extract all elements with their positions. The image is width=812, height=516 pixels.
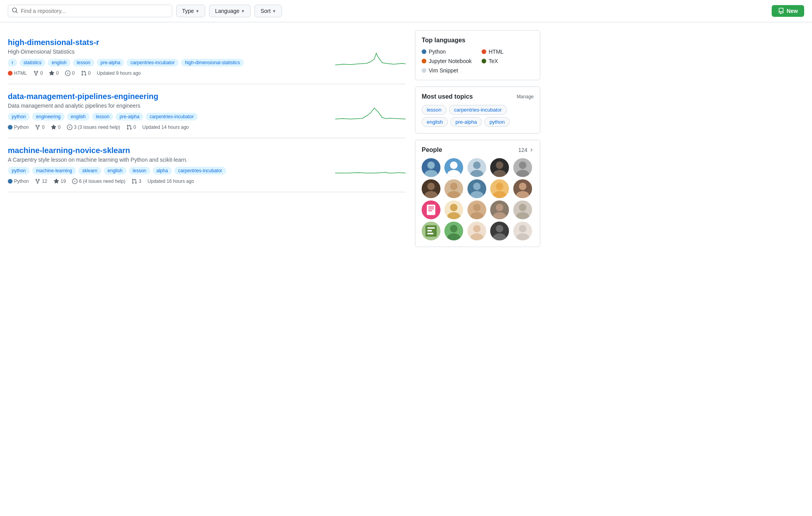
repo-name-link[interactable]: high-dimensional-stats-r (8, 38, 99, 47)
lang-item-vim[interactable]: Vim Snippet (422, 67, 534, 74)
tag-python[interactable]: python (8, 113, 30, 121)
top-languages-title: Top languages (422, 37, 534, 44)
topic-lesson[interactable]: lesson (422, 105, 447, 115)
avatar-11[interactable] (422, 200, 440, 219)
topic-python[interactable]: python (484, 117, 510, 127)
repo-prs[interactable]: 3 (132, 179, 141, 184)
lang-dot-html (8, 71, 13, 76)
svg-point-42 (519, 225, 526, 232)
repo-tags: r statistics english lesson pre-alpha ca… (8, 59, 329, 67)
repo-tags: python machine-learning sklearn english … (8, 167, 329, 175)
topic-carpentries-incubator[interactable]: carpentries-incubator (449, 105, 507, 115)
top-languages-card: Top languages Python HTML Jupyter No (415, 30, 540, 80)
repo-updated: Updated 16 hours ago (148, 179, 194, 184)
repo-issues[interactable]: 3 (3 issues need help) (67, 124, 120, 130)
tag-lesson[interactable]: lesson (129, 167, 150, 175)
tag-high-dimensional-statistics[interactable]: high-dimensional-statistics (181, 59, 244, 67)
svg-point-38 (473, 225, 480, 232)
tag-pre-alpha[interactable]: pre-alpha (97, 59, 125, 67)
avatar-10[interactable] (513, 179, 532, 198)
avatar-18[interactable] (467, 222, 486, 240)
tag-lesson[interactable]: lesson (92, 113, 114, 121)
svg-point-8 (519, 161, 526, 169)
tag-lesson[interactable]: lesson (73, 59, 94, 67)
tag-sklearn[interactable]: sklearn (78, 167, 101, 175)
search-input[interactable] (8, 5, 172, 17)
avatar-6[interactable] (422, 179, 440, 198)
lang-dot-jupyter (422, 59, 426, 63)
tag-carpentries-incubator[interactable]: carpentries-incubator (174, 167, 226, 175)
avatar-17[interactable] (444, 222, 463, 240)
lang-item-html[interactable]: HTML (482, 49, 534, 55)
repo-forks[interactable]: 12 (35, 179, 47, 184)
avatar-13[interactable] (467, 200, 486, 219)
avatar-2[interactable] (444, 158, 463, 177)
avatar-4[interactable] (490, 158, 509, 177)
type-dropdown[interactable]: Type ▼ (176, 5, 205, 17)
new-button[interactable]: New (772, 5, 804, 17)
tag-r[interactable]: r (8, 59, 17, 67)
tag-machine-learning[interactable]: machine-learning (32, 167, 76, 175)
avatar-12[interactable] (444, 200, 463, 219)
repo-issues[interactable]: 0 (65, 70, 75, 76)
svg-rect-35 (427, 233, 433, 235)
svg-point-6 (496, 161, 503, 169)
repo-forks[interactable]: 0 (35, 124, 45, 130)
repo-stars[interactable]: 0 (49, 70, 59, 76)
repo-name-link[interactable]: data-management-pipelines-engineering (8, 92, 159, 101)
repo-stars[interactable]: 19 (54, 179, 66, 184)
avatar-14[interactable] (490, 200, 509, 219)
people-card: People 124 (415, 140, 540, 247)
svg-point-24 (450, 204, 458, 211)
avatar-8[interactable] (467, 179, 486, 198)
tag-carpentries-incubator[interactable]: carpentries-incubator (146, 113, 198, 121)
tag-python[interactable]: python (8, 167, 30, 175)
tag-english[interactable]: english (104, 167, 126, 175)
svg-point-39 (470, 233, 484, 240)
topic-english[interactable]: english (422, 117, 448, 127)
avatar-16[interactable] (422, 222, 440, 240)
svg-point-31 (516, 212, 529, 219)
svg-point-19 (516, 191, 529, 198)
tag-english[interactable]: english (67, 113, 90, 121)
avatar-5[interactable] (513, 158, 532, 177)
tag-pre-alpha[interactable]: pre-alpha (115, 113, 143, 121)
repo-item: data-management-pipelines-engineering Da… (8, 84, 406, 138)
people-count-link[interactable]: 124 (518, 147, 534, 153)
avatar-20[interactable] (513, 222, 532, 240)
avatar-7[interactable] (444, 179, 463, 198)
avatar-19[interactable] (490, 222, 509, 240)
repo-forks[interactable]: 0 (33, 70, 43, 76)
repo-prs[interactable]: 0 (126, 124, 136, 130)
svg-point-5 (470, 170, 484, 177)
tag-english[interactable]: english (48, 59, 70, 67)
svg-point-9 (516, 170, 529, 177)
repo-language: Python (8, 124, 29, 130)
manage-link[interactable]: Manage (517, 94, 534, 99)
lang-item-tex[interactable]: TeX (482, 58, 534, 64)
language-chevron-icon: ▼ (241, 9, 245, 13)
repo-list: high-dimensional-stats-r High-Dimensiona… (8, 30, 406, 253)
lang-row-1: Python HTML (422, 49, 534, 55)
topic-pre-alpha[interactable]: pre-alpha (450, 117, 482, 127)
avatar-9[interactable] (490, 179, 509, 198)
svg-point-1 (424, 170, 438, 177)
language-dropdown[interactable]: Language ▼ (209, 5, 251, 17)
repo-name-link[interactable]: machine-learning-novice-sklearn (8, 146, 130, 155)
repo-prs[interactable]: 0 (81, 70, 91, 76)
tag-engineering[interactable]: engineering (32, 113, 65, 121)
tag-carpentries-incubator[interactable]: carpentries-incubator (126, 59, 179, 67)
tag-statistics[interactable]: statistics (20, 59, 45, 67)
lang-item-python[interactable]: Python (422, 49, 474, 55)
lang-item-jupyter[interactable]: Jupyter Notebook (422, 58, 474, 64)
avatar-15[interactable] (513, 200, 532, 219)
repo-issues[interactable]: 6 (4 issues need help) (72, 179, 125, 184)
lang-dot-python (422, 49, 426, 54)
avatar-3[interactable] (467, 158, 486, 177)
avatar-1[interactable] (422, 158, 440, 177)
repo-stars[interactable]: 0 (51, 124, 61, 130)
sort-dropdown[interactable]: Sort ▼ (254, 5, 282, 17)
svg-point-29 (493, 212, 506, 219)
repo-meta: Python 12 19 6 (4 issues need help) (8, 179, 329, 184)
tag-alpha[interactable]: alpha (153, 167, 172, 175)
